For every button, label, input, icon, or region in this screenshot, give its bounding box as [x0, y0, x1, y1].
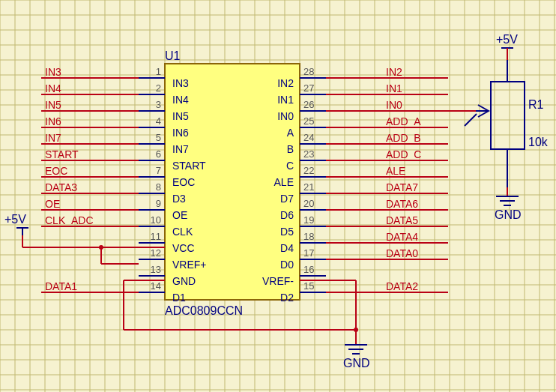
- pin-label: IN5: [172, 110, 189, 122]
- pin-label: IN3: [172, 77, 189, 89]
- pin-label: GND: [172, 275, 196, 287]
- pin-label: C: [286, 160, 294, 172]
- pin-number: 13: [151, 264, 161, 275]
- pin-number: 14: [151, 280, 161, 292]
- pin-label: EOC: [172, 176, 195, 188]
- potentiometer-r1: R1 10k: [465, 60, 549, 187]
- net-label: DATA7: [386, 181, 418, 193]
- pin-label: A: [287, 127, 294, 139]
- net-label: START: [45, 148, 79, 160]
- refdes-r1: R1: [528, 98, 544, 111]
- pin-number: 9: [156, 198, 161, 209]
- net-label: OE: [45, 198, 60, 210]
- svg-rect-109: [491, 82, 525, 149]
- pin-number: 1: [156, 66, 161, 77]
- net-label: IN2: [386, 66, 402, 78]
- pin-label: IN2: [277, 77, 294, 89]
- net-label: ADD_B: [386, 132, 421, 144]
- pin-label: B: [287, 143, 294, 155]
- pin-label: VREF-: [262, 275, 294, 287]
- pin-label: IN0: [277, 110, 294, 122]
- gnd-symbol-pot: GND: [495, 187, 522, 221]
- pin-number: 25: [303, 115, 314, 127]
- pin-label: OE: [172, 209, 187, 221]
- power-5v-left: +5V: [4, 213, 28, 235]
- net-label: IN3: [45, 66, 61, 78]
- pin-number: 12: [151, 247, 161, 259]
- schematic-canvas: U1 ADC0809CCN 1IN3IN32IN4IN43IN5IN54IN6I…: [0, 0, 556, 392]
- pin-label: START: [172, 160, 206, 172]
- net-label: IN7: [45, 132, 61, 144]
- pin-label: IN1: [277, 94, 294, 106]
- net-label: IN0: [386, 99, 402, 111]
- net-label: IN6: [45, 115, 61, 127]
- net-label: DATA2: [386, 280, 418, 292]
- pin-label: D6: [280, 209, 294, 221]
- net-label: DATA5: [386, 214, 418, 226]
- pin-number: 11: [151, 231, 161, 242]
- pin-number: 15: [303, 280, 314, 292]
- pin-number: 20: [303, 198, 314, 209]
- net-label: DATA3: [45, 181, 77, 193]
- pin-number: 19: [303, 214, 314, 226]
- pin-number: 4: [156, 115, 161, 127]
- pin-number: 6: [156, 148, 161, 160]
- pin-label: CLK: [172, 226, 193, 238]
- net-label: ALE: [386, 165, 405, 177]
- pin-label: VREF+: [172, 259, 207, 271]
- pin-number: 17: [303, 247, 314, 259]
- gnd-label-pot: GND: [495, 208, 522, 221]
- power-5v-label-top: +5V: [496, 33, 518, 46]
- net-label: IN5: [45, 99, 61, 111]
- pin-label: D3: [172, 193, 186, 205]
- pin-number: 2: [156, 82, 161, 94]
- pin-label: D4: [280, 242, 294, 254]
- pin-label: IN6: [172, 127, 189, 139]
- pin-number: 22: [303, 165, 314, 176]
- pin-label: D7: [280, 193, 294, 205]
- pin-label: VCC: [172, 242, 195, 254]
- pin-number: 18: [303, 231, 314, 242]
- net-label: IN4: [45, 82, 61, 94]
- net-label: DATA4: [386, 231, 418, 243]
- pin-number: 23: [303, 148, 314, 160]
- net-label: ADD_A: [386, 115, 421, 127]
- pin-number: 5: [156, 132, 161, 143]
- pin-number: 8: [156, 181, 161, 193]
- pin-label: D1: [172, 292, 186, 304]
- refdes-u1: U1: [165, 49, 181, 62]
- pin-label: IN7: [172, 143, 189, 155]
- pin-label: IN4: [172, 94, 189, 106]
- value-r1: 10k: [528, 136, 549, 148]
- pin-label: D5: [280, 226, 294, 238]
- pin-number: 21: [303, 181, 314, 193]
- pin-label: D0: [280, 259, 294, 271]
- power-5v-label: +5V: [4, 213, 26, 226]
- pin-label: ALE: [274, 176, 294, 188]
- pin-number: 26: [303, 99, 314, 110]
- net-label: CLK_ADC: [45, 214, 94, 226]
- pin-number: 28: [303, 66, 314, 77]
- net-label: ADD_C: [386, 148, 421, 160]
- gnd-label: GND: [343, 357, 370, 370]
- net-label: EOC: [45, 165, 67, 177]
- pin-number: 10: [151, 214, 161, 226]
- net-label: DATA6: [386, 198, 418, 210]
- net-label: DATA0: [386, 247, 418, 259]
- power-5v-top: +5V: [496, 33, 518, 60]
- pin-number: 27: [303, 82, 314, 94]
- partname-u1: ADC0809CCN: [165, 304, 243, 317]
- net-label: IN1: [386, 82, 402, 94]
- gnd-symbol-center: GND: [343, 345, 370, 370]
- net-label: DATA1: [45, 280, 77, 292]
- pin-number: 7: [156, 165, 161, 176]
- pin-number: 24: [303, 132, 314, 143]
- pin-label: D2: [280, 292, 294, 304]
- pin-number: 3: [156, 99, 161, 110]
- pin-number: 16: [303, 264, 314, 275]
